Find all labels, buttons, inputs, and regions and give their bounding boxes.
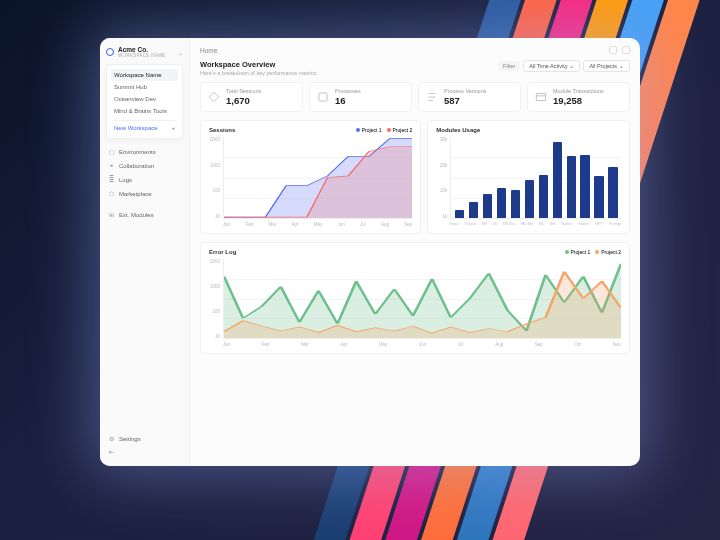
topbar: Home <box>190 38 640 60</box>
legend-item: Project 2 <box>595 249 621 255</box>
modules-chart-card: Modules Usage 30k20k10k1k InputOutputDBJ… <box>427 120 630 234</box>
bar <box>594 176 603 218</box>
error-plot <box>223 259 621 339</box>
collapse-icon: ⇤ <box>108 448 115 455</box>
kpi-total-sessions: Total Sessions1,670 <box>200 82 303 112</box>
chevron-down-icon: ⌄ <box>569 63 574 69</box>
bar <box>511 190 520 218</box>
logs-icon: ≣ <box>108 176 115 183</box>
expand-icon[interactable] <box>622 46 630 54</box>
workspace-subtitle: WORKSPACE NAME <box>118 53 165 58</box>
sidebar-item-environments[interactable]: ▢Environments <box>106 145 183 158</box>
filter-label: Filter <box>498 61 520 71</box>
workspace-badge-icon <box>106 48 114 56</box>
modules-plot <box>450 137 621 219</box>
page-title: Workspace Overview <box>200 60 317 69</box>
bar <box>497 188 506 218</box>
new-workspace-label: New Workspace <box>114 125 158 131</box>
filter-projects[interactable]: All Projects⌄ <box>583 60 630 72</box>
sidebar-item-collaboration[interactable]: ⚭Collaboration <box>106 159 183 172</box>
bar <box>553 142 562 218</box>
kpi-module-transactions: Module Transactions19,258 <box>527 82 630 112</box>
error-log-title: Error Log <box>209 249 236 255</box>
sidebar-item-logs[interactable]: ≣Logs <box>106 173 183 186</box>
workspace-option[interactable]: Oceanview Dev <box>111 93 178 105</box>
sidebar-item-settings[interactable]: ⚙Settings <box>106 432 183 445</box>
legend-item: Project 2 <box>387 127 413 133</box>
chevron-down-icon: ⌄ <box>178 49 183 56</box>
bar <box>483 194 492 218</box>
workspace-switcher[interactable]: Acme Co. WORKSPACE NAME ⌄ <box>106 46 183 58</box>
workspace-name: Acme Co. <box>118 46 165 53</box>
workspace-option[interactable]: Mind & Brains Tools <box>111 105 178 117</box>
new-workspace-button[interactable]: New Workspace + <box>111 120 178 134</box>
filter-activity[interactable]: All Time Activity⌄ <box>523 60 580 72</box>
kpi-row: Total Sessions1,670 Processes16 Process … <box>190 82 640 120</box>
svg-rect-0 <box>319 93 327 101</box>
sessions-chart-card: Sessions Project 1 Project 2 10K01000100… <box>200 120 421 234</box>
sidebar-item-ext-modules[interactable]: ⊞Ext. Modules <box>106 208 183 221</box>
y-axis: 10K0100010010 <box>209 259 223 339</box>
sidebar-collapse-button[interactable]: ⇤ <box>106 445 183 458</box>
transactions-icon <box>534 90 548 104</box>
kpi-process-versions: Process Versions587 <box>418 82 521 112</box>
kpi-processes: Processes16 <box>309 82 412 112</box>
bar <box>608 167 617 218</box>
people-icon: ⚭ <box>108 162 115 169</box>
modules-chart-title: Modules Usage <box>436 127 480 133</box>
workspace-dropdown-panel: Workspace Name Summit Hub Oceanview Dev … <box>106 64 183 139</box>
workspace-panel-label[interactable]: Workspace Name <box>111 69 178 81</box>
bar <box>469 202 478 218</box>
page-header: Workspace Overview Here's a breakdown of… <box>190 60 640 82</box>
bar <box>539 175 548 218</box>
store-icon: ☖ <box>108 190 115 197</box>
app-window: Acme Co. WORKSPACE NAME ⌄ Workspace Name… <box>100 38 640 466</box>
page-subtitle: Here's a breakdown of key performance me… <box>200 70 317 76</box>
bar <box>455 210 464 218</box>
sidebar-nav: ▢Environments ⚭Collaboration ≣Logs ☖Mark… <box>106 145 183 221</box>
y-axis: 10K0100010010 <box>209 137 223 219</box>
sessions-icon <box>207 90 221 104</box>
module-icon: ⊞ <box>108 211 115 218</box>
sidebar-item-marketplace[interactable]: ☖Marketplace <box>106 187 183 200</box>
chevron-down-icon: ⌄ <box>619 63 624 69</box>
x-axis: JanFebMarAprMayJunJulAugSep <box>209 222 412 227</box>
plus-icon: + <box>171 125 175 131</box>
processes-icon <box>316 90 330 104</box>
bar <box>525 180 534 218</box>
x-axis: InputOutputDBJSDB SecML NetNLNetSwitchSw… <box>436 222 621 226</box>
bar <box>580 155 589 218</box>
legend-item: Project 1 <box>565 249 591 255</box>
gear-icon: ⚙ <box>108 435 115 442</box>
versions-icon <box>425 90 439 104</box>
bar <box>567 156 576 218</box>
error-log-card: Error Log Project 1 Project 2 10K0100010… <box>200 242 630 354</box>
main-content: Home Workspace Overview Here's a breakdo… <box>190 38 640 466</box>
workspace-option[interactable]: Summit Hub <box>111 81 178 93</box>
breadcrumb[interactable]: Home <box>200 47 217 54</box>
box-icon: ▢ <box>108 148 115 155</box>
y-axis: 30k20k10k1k <box>436 137 450 219</box>
help-icon[interactable] <box>609 46 617 54</box>
x-axis: JanFebMarAprMayJunJulAugSepOctNov <box>209 342 621 347</box>
sessions-chart-title: Sessions <box>209 127 235 133</box>
sessions-plot <box>223 137 412 219</box>
legend-item: Project 1 <box>356 127 382 133</box>
sidebar: Acme Co. WORKSPACE NAME ⌄ Workspace Name… <box>100 38 190 466</box>
